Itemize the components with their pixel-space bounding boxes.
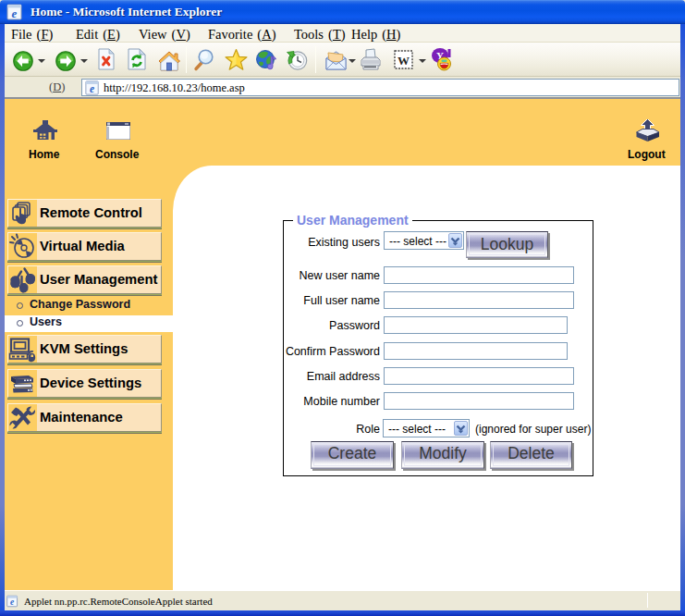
svg-text:e: e [10,598,14,607]
svg-text:e: e [90,83,94,94]
svg-text:W: W [398,54,410,68]
svg-text:e: e [12,6,18,20]
